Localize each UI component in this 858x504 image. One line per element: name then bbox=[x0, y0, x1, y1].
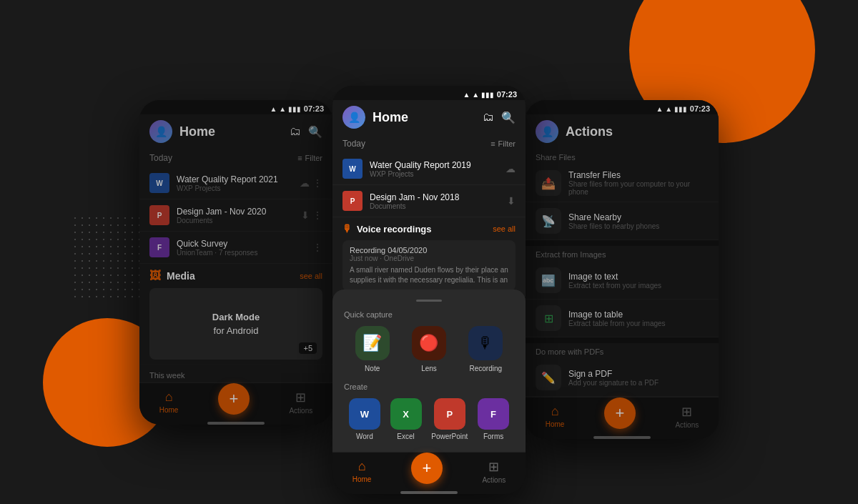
file-sub-3: UnionTeam · 7 responses bbox=[177, 249, 305, 257]
share-nearby-item[interactable]: 📡 Share Nearby Share files to nearby pho… bbox=[526, 202, 719, 240]
nav-fab-left[interactable]: + bbox=[218, 383, 250, 415]
recording-label: Recording bbox=[470, 365, 503, 372]
excel-create-label: Excel bbox=[397, 433, 414, 440]
recording-item[interactable]: 🎙 Recording bbox=[468, 326, 503, 372]
file-info-2: Design Jam - Nov 2020 Documents bbox=[177, 207, 294, 224]
share-files-title: Share Files bbox=[526, 149, 719, 164]
media-see-all[interactable]: see all bbox=[300, 272, 322, 280]
recording-sub: Just now · OneDrive bbox=[350, 255, 508, 262]
filter-btn-center[interactable]: ≡ Filter bbox=[490, 139, 516, 148]
lens-item[interactable]: 🔴 Lens bbox=[412, 326, 446, 372]
nav-home-center[interactable]: ⌂ Home bbox=[352, 459, 372, 483]
excel-create-icon: X bbox=[390, 398, 422, 430]
create-forms[interactable]: F Forms bbox=[478, 398, 509, 440]
word-create-icon: W bbox=[349, 398, 380, 430]
recording-card[interactable]: Recording 04/05/2020 Just now · OneDrive… bbox=[342, 240, 516, 291]
header-icons-left: 🗂 🔍 bbox=[290, 125, 322, 139]
mic-icon: 🎙 bbox=[342, 223, 352, 234]
file-info-3: Quick Survey UnionTeam · 7 responses bbox=[177, 239, 305, 257]
nav-actions-left[interactable]: ⊞ Actions bbox=[289, 390, 312, 415]
file-item-1[interactable]: W Water Quality Report 2021 WXP Projects… bbox=[139, 167, 332, 199]
quick-capture-icons: 📝 Note 🔴 Lens 🎙 Recording bbox=[344, 326, 514, 372]
folder-icon-center[interactable]: 🗂 bbox=[483, 111, 494, 124]
popup-handle bbox=[416, 300, 442, 302]
actions-icon-right: ⊞ bbox=[681, 404, 692, 420]
create-row: W Word X Excel P PowerPoint F Forms bbox=[344, 398, 514, 440]
folder-icon-left[interactable]: 🗂 bbox=[290, 125, 301, 138]
media-plus-badge: +5 bbox=[299, 342, 317, 354]
center-file-sub-2: Documents bbox=[370, 202, 500, 210]
home-indicator-right bbox=[593, 436, 651, 439]
actions-content: Share Files 📤 Transfer Files Share files… bbox=[526, 149, 719, 397]
voice-see-all[interactable]: see all bbox=[493, 224, 516, 233]
quick-capture-popup: Quick capture 📝 Note 🔴 Lens 🎙 Recording … bbox=[332, 290, 526, 452]
home-indicator-left bbox=[207, 422, 265, 425]
create-ppt[interactable]: P PowerPoint bbox=[431, 398, 468, 440]
nav-home-right[interactable]: ⌂ Home bbox=[546, 404, 565, 428]
phone-left: ▲ ▲ ▮▮▮ 07:23 👤 Home 🗂 🔍 Today ≡ Filter … bbox=[139, 100, 332, 425]
phone-right: ▲ ▲ ▮▮▮ 07:23 👤 Actions Share Files 📤 Tr… bbox=[526, 100, 719, 439]
home-icon-center: ⌂ bbox=[358, 459, 366, 474]
file-item-3[interactable]: F Quick Survey UnionTeam · 7 responses ⋮ bbox=[139, 232, 332, 264]
lens-icon-circle: 🔴 bbox=[412, 326, 446, 360]
phones-wrapper: ▲ ▲ ▮▮▮ 07:23 👤 Home 🗂 🔍 Today ≡ Filter … bbox=[0, 86, 858, 494]
nav-fab-center[interactable]: + bbox=[411, 453, 443, 484]
sign-pdf-title: Sign a PDF bbox=[568, 369, 709, 379]
image-table-icon-box: ⊞ bbox=[536, 305, 561, 331]
signal-icons-center: ▲ ▲ ▮▮▮ bbox=[463, 91, 494, 99]
file-actions-3: ⋮ bbox=[312, 242, 322, 253]
signal-icons-left: ▲ ▲ ▮▮▮ bbox=[270, 105, 301, 113]
section-label-center: Today ≡ Filter bbox=[332, 134, 526, 153]
create-word[interactable]: W Word bbox=[349, 398, 380, 440]
voice-rec-section: 🎙 Voice recordings see all Recording 04/… bbox=[332, 217, 526, 297]
this-week-label: This week bbox=[139, 365, 332, 382]
center-file-info-1: Water Quality Report 2019 WXP Projects bbox=[370, 160, 498, 178]
sign-pdf-info: Sign a PDF Add your signature to a PDF bbox=[568, 369, 709, 387]
word-icon-1: W bbox=[149, 173, 169, 193]
file-list-center: W Water Quality Report 2019 WXP Projects… bbox=[332, 153, 526, 217]
image-table-info: Image to table Extract table from your i… bbox=[568, 310, 709, 327]
media-icon: 🖼 bbox=[149, 270, 161, 282]
nav-fab-right[interactable]: + bbox=[604, 397, 636, 429]
note-icon-circle: 📝 bbox=[355, 326, 390, 360]
note-item[interactable]: 📝 Note bbox=[355, 326, 390, 372]
nav-actions-center[interactable]: ⊞ Actions bbox=[482, 459, 506, 484]
file-item-2[interactable]: P Design Jam - Nov 2020 Documents ⬇ ⋮ bbox=[139, 199, 332, 232]
image-table-item[interactable]: ⊞ Image to table Extract table from your… bbox=[526, 300, 719, 337]
file-actions-1: ☁ ⋮ bbox=[300, 177, 322, 189]
media-header: 🖼 Media see all bbox=[149, 270, 322, 282]
image-text-item[interactable]: 🔤 Image to text Extract text from your i… bbox=[526, 262, 719, 300]
nav-actions-right[interactable]: ⊞ Actions bbox=[675, 404, 699, 429]
file-name-3: Quick Survey bbox=[177, 239, 305, 249]
forms-create-label: Forms bbox=[483, 433, 503, 440]
header-icons-center: 🗂 🔍 bbox=[483, 111, 516, 124]
search-icon-left[interactable]: 🔍 bbox=[308, 125, 322, 139]
signal-icons-right: ▲ ▲ ▮▮▮ bbox=[656, 105, 687, 113]
avatar-left: 👤 bbox=[149, 120, 172, 143]
transfer-files-item[interactable]: 📤 Transfer Files Share files from your c… bbox=[526, 164, 719, 202]
center-file-item-2[interactable]: P Design Jam - Nov 2018 Documents ⬇ bbox=[332, 185, 526, 217]
search-icon-center[interactable]: 🔍 bbox=[501, 111, 516, 124]
note-label: Note bbox=[365, 365, 380, 372]
transfer-desc: Share files from your computer to your p… bbox=[568, 180, 709, 196]
image-text-info: Image to text Extract text from your ima… bbox=[568, 272, 709, 290]
app-header-left: 👤 Home 🗂 🔍 bbox=[139, 114, 332, 149]
app-header-center: 👤 Home 🗂 🔍 bbox=[332, 100, 526, 134]
filter-btn-left[interactable]: ≡ Filter bbox=[297, 154, 322, 162]
center-file-actions-1: ☁ bbox=[506, 163, 516, 174]
file-sub-2: Documents bbox=[177, 217, 294, 224]
ppt-create-label: PowerPoint bbox=[431, 433, 468, 440]
actions-icon-left: ⊞ bbox=[295, 390, 306, 405]
file-name-1: Water Quality Report 2021 bbox=[177, 174, 292, 184]
quick-capture-title: Quick capture bbox=[344, 310, 514, 319]
create-excel[interactable]: X Excel bbox=[390, 398, 422, 440]
center-file-item-1[interactable]: W Water Quality Report 2019 WXP Projects… bbox=[332, 153, 526, 185]
nav-home-left[interactable]: ⌂ Home bbox=[159, 390, 179, 414]
forms-create-icon: F bbox=[478, 398, 509, 430]
media-title: 🖼 Media bbox=[149, 270, 195, 282]
recording-title: Recording 04/05/2020 bbox=[350, 246, 508, 255]
sign-pdf-item[interactable]: ✏️ Sign a PDF Add your signature to a PD… bbox=[526, 359, 719, 397]
file-list-left: W Water Quality Report 2021 WXP Projects… bbox=[139, 167, 332, 264]
center-file-actions-2: ⬇ bbox=[507, 195, 516, 207]
transfer-info: Transfer Files Share files from your com… bbox=[568, 170, 709, 196]
